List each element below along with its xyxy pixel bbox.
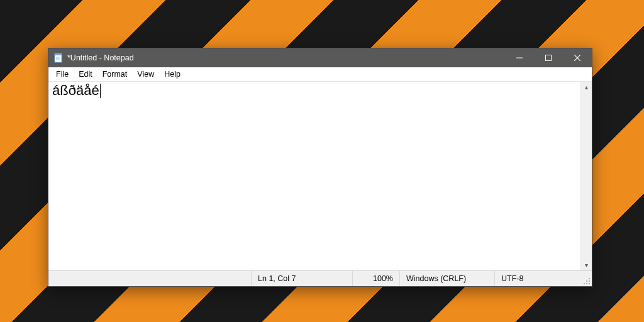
status-zoom: 100%: [353, 271, 400, 286]
scroll-down-icon[interactable]: ▾: [581, 260, 592, 270]
notepad-window: *Untitled - Notepad File Edit: [48, 48, 592, 287]
status-line-ending: Windows (CRLF): [400, 271, 495, 286]
menu-view[interactable]: View: [132, 69, 159, 80]
svg-point-13: [586, 283, 587, 284]
menu-format[interactable]: Format: [97, 69, 133, 80]
svg-point-14: [589, 283, 590, 284]
desktop-background: *Untitled - Notepad File Edit: [0, 0, 644, 322]
title-bar[interactable]: *Untitled - Notepad: [48, 48, 592, 67]
svg-point-9: [589, 278, 590, 279]
minimize-button[interactable]: [505, 48, 534, 67]
window-title: *Untitled - Notepad: [67, 53, 134, 62]
window-controls: [505, 48, 592, 67]
client-area: áßðäåé ▴ ▾: [48, 82, 592, 270]
svg-point-10: [586, 280, 587, 282]
svg-point-11: [589, 280, 590, 282]
menu-help[interactable]: Help: [159, 69, 186, 80]
svg-rect-1: [55, 53, 62, 55]
status-cursor-position: Ln 1, Col 7: [252, 271, 353, 286]
editor-text: áßðäåé: [52, 82, 99, 98]
text-editor[interactable]: áßðäåé: [48, 82, 580, 270]
status-bar: Ln 1, Col 7 100% Windows (CRLF) UTF-8: [48, 270, 592, 286]
svg-rect-6: [546, 55, 552, 61]
svg-point-12: [584, 283, 585, 284]
scroll-up-icon[interactable]: ▴: [581, 82, 592, 92]
close-button[interactable]: [563, 48, 592, 67]
notepad-icon: [53, 53, 64, 63]
status-encoding: UTF-8: [495, 271, 582, 286]
resize-grip-icon[interactable]: [582, 271, 592, 286]
maximize-button[interactable]: [534, 48, 563, 67]
menu-file[interactable]: File: [51, 69, 74, 80]
menu-bar: File Edit Format View Help: [48, 67, 592, 82]
text-caret: [100, 84, 101, 98]
menu-edit[interactable]: Edit: [74, 69, 97, 80]
status-spacer: [48, 271, 252, 286]
vertical-scrollbar[interactable]: ▴ ▾: [580, 82, 592, 270]
